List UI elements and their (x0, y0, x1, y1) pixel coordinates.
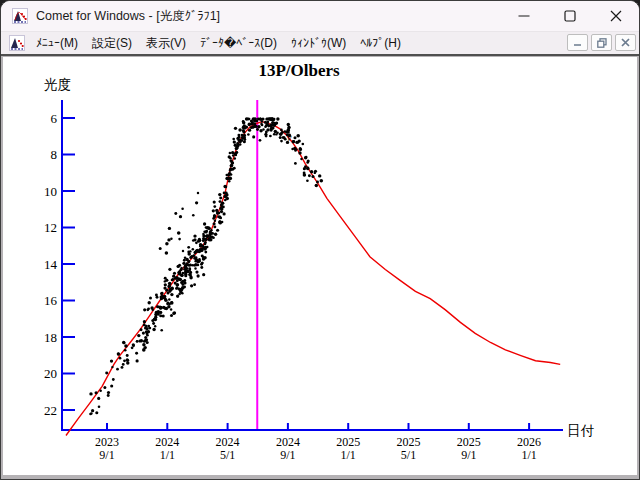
mdi-close-button[interactable] (615, 34, 636, 51)
mdi-minimize-button[interactable] (567, 34, 588, 51)
window-title: Comet for Windows - [光度ｸﾞﾗﾌ1] (36, 8, 220, 25)
svg-text:20: 20 (44, 366, 57, 381)
svg-text:2026: 2026 (517, 435, 541, 449)
app-icon (12, 8, 28, 24)
svg-text:14: 14 (44, 257, 58, 272)
menu-item-4[interactable]: ﾃﾞｰﾀ�ﾍﾞｰｽ(D) (193, 34, 284, 52)
svg-text:2024: 2024 (155, 435, 179, 449)
svg-text:9/1: 9/1 (99, 448, 114, 462)
svg-text:2024: 2024 (276, 435, 300, 449)
model-curve (66, 122, 560, 436)
chart-title: 13P/Olbers (258, 61, 340, 80)
y-axis-label: 光度 (44, 77, 71, 92)
close-button[interactable] (593, 1, 639, 31)
svg-text:18: 18 (44, 330, 57, 345)
svg-text:1/1: 1/1 (160, 448, 175, 462)
svg-text:2024: 2024 (216, 435, 240, 449)
x-axis-label: 日付 (567, 423, 595, 438)
svg-text:1/1: 1/1 (521, 448, 536, 462)
app-window: Comet for Windows - [光度ｸﾞﾗﾌ1] ﾒﾆｭｰ(M)設定(… (0, 0, 640, 480)
title-bar[interactable]: Comet for Windows - [光度ｸﾞﾗﾌ1] (1, 1, 639, 31)
x-ticks: 20239/120241/120245/120249/120251/120255… (95, 423, 541, 462)
mdi-controls (567, 34, 636, 51)
svg-text:6: 6 (51, 111, 58, 126)
menu-item-1[interactable]: ﾒﾆｭｰ(M) (29, 34, 85, 52)
svg-text:12: 12 (44, 220, 57, 235)
menu-item-2[interactable]: 設定(S) (85, 33, 139, 54)
menu-item-6[interactable]: ﾍﾙﾌﾟ(H) (353, 34, 408, 52)
menu-item-3[interactable]: 表示(V) (139, 33, 193, 54)
minimize-button[interactable] (501, 1, 547, 31)
light-curve-window: 13P/Olbers光度日付681012141618202220239/1202… (3, 57, 637, 475)
svg-text:16: 16 (44, 293, 58, 308)
svg-text:2025: 2025 (397, 435, 421, 449)
document-icon[interactable] (9, 35, 25, 51)
svg-text:5/1: 5/1 (220, 448, 235, 462)
mdi-restore-button[interactable] (591, 34, 612, 51)
svg-text:9/1: 9/1 (461, 448, 476, 462)
y-ticks: 6810121416182022 (44, 111, 75, 418)
axes (61, 100, 563, 430)
svg-text:2023: 2023 (95, 435, 119, 449)
menu-bar: ﾒﾆｭｰ(M)設定(S)表示(V)ﾃﾞｰﾀ�ﾍﾞｰｽ(D)ｳｨﾝﾄﾞｳ(W)ﾍﾙ… (1, 31, 639, 54)
svg-text:22: 22 (44, 403, 57, 418)
svg-text:2025: 2025 (336, 435, 360, 449)
scatter-points (89, 117, 323, 415)
maximize-button[interactable] (547, 1, 593, 31)
svg-text:8: 8 (51, 147, 58, 162)
menu-item-5[interactable]: ｳｨﾝﾄﾞｳ(W) (284, 34, 353, 52)
svg-text:9/1: 9/1 (280, 448, 295, 462)
svg-text:10: 10 (44, 184, 57, 199)
svg-text:5/1: 5/1 (401, 448, 416, 462)
svg-text:1/1: 1/1 (341, 448, 356, 462)
annotation-marker: v (287, 132, 292, 143)
svg-text:2025: 2025 (457, 435, 481, 449)
mdi-client-area: 13P/Olbers光度日付681012141618202220239/1202… (1, 54, 639, 480)
